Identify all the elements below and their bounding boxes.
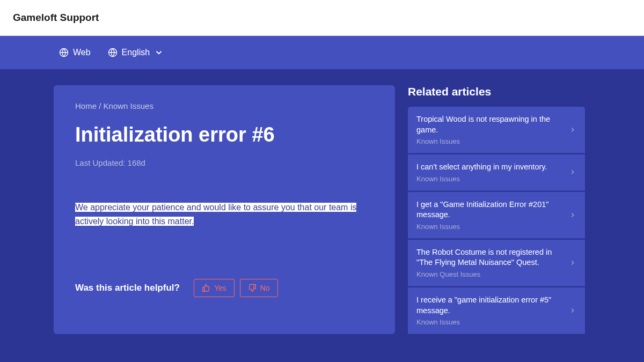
feedback-no-label: No — [260, 284, 270, 292]
chevron-down-icon — [154, 48, 164, 57]
feedback-buttons: Yes No — [194, 279, 278, 297]
feedback-label: Was this article helpful? — [75, 283, 180, 293]
chevron-right-icon — [569, 307, 576, 314]
article-title: Initialization error #6 — [75, 123, 374, 146]
globe-icon — [108, 48, 118, 57]
language-label: English — [122, 48, 150, 57]
breadcrumb-section[interactable]: Known Issues — [104, 101, 153, 110]
related-item[interactable]: I can't select anything in my inventory.… — [408, 154, 585, 191]
platform-selector[interactable]: Web — [59, 48, 91, 57]
chevron-right-icon — [569, 126, 576, 134]
feedback-yes-label: Yes — [214, 284, 226, 292]
related-list: Tropical Wood is not respawning in the g… — [408, 107, 585, 334]
article-card: Home / Known Issues Initialization error… — [54, 85, 395, 334]
related-item[interactable]: I get a "Game Initialization Error #201"… — [408, 192, 585, 239]
feedback-no-button[interactable]: No — [240, 279, 278, 297]
related-item-category: Known Quest Issues — [416, 270, 565, 278]
related-item-category: Known Issues — [416, 223, 565, 231]
related-sidebar: Related articles Tropical Wood is not re… — [408, 85, 585, 334]
chevron-right-icon — [569, 168, 576, 176]
nav-bar: Web English — [0, 36, 644, 69]
related-item-category: Known Issues — [416, 318, 565, 326]
globe-icon — [59, 48, 69, 57]
language-selector[interactable]: English — [108, 48, 164, 57]
platform-label: Web — [73, 48, 91, 57]
related-item-title: I get a "Game Initialization Error #201"… — [416, 200, 565, 220]
related-item-title: The Robot Costume is not registered in "… — [416, 247, 565, 268]
feedback-yes-button[interactable]: Yes — [194, 279, 235, 297]
related-item-category: Known Issues — [416, 175, 565, 183]
breadcrumb-separator: / — [97, 101, 104, 110]
related-item[interactable]: The Robot Costume is not registered in "… — [408, 240, 585, 286]
thumbs-down-icon — [248, 284, 257, 292]
related-item[interactable]: I receive a "game initialization error #… — [408, 287, 585, 334]
site-header: Gameloft Support — [0, 0, 644, 36]
related-item[interactable]: Tropical Wood is not respawning in the g… — [408, 107, 585, 153]
chevron-right-icon — [569, 211, 576, 219]
thumbs-up-icon — [202, 284, 210, 292]
chevron-right-icon — [569, 259, 576, 267]
last-updated: Last Updated: 168d — [75, 158, 374, 167]
article-body: We appreciate your patience and would li… — [75, 201, 374, 228]
related-item-category: Known Issues — [416, 137, 565, 145]
related-title: Related articles — [408, 85, 585, 98]
related-item-title: Tropical Wood is not respawning in the g… — [416, 114, 565, 135]
breadcrumb: Home / Known Issues — [75, 101, 374, 110]
main-content: Home / Known Issues Initialization error… — [0, 69, 644, 334]
breadcrumb-home[interactable]: Home — [75, 101, 97, 110]
selected-text: We appreciate your patience and would li… — [75, 203, 356, 226]
related-item-title: I receive a "game initialization error #… — [416, 295, 565, 316]
feedback-row: Was this article helpful? Yes No — [75, 279, 374, 297]
related-item-title: I can't select anything in my inventory. — [416, 162, 565, 173]
site-title: Gameloft Support — [13, 12, 631, 24]
